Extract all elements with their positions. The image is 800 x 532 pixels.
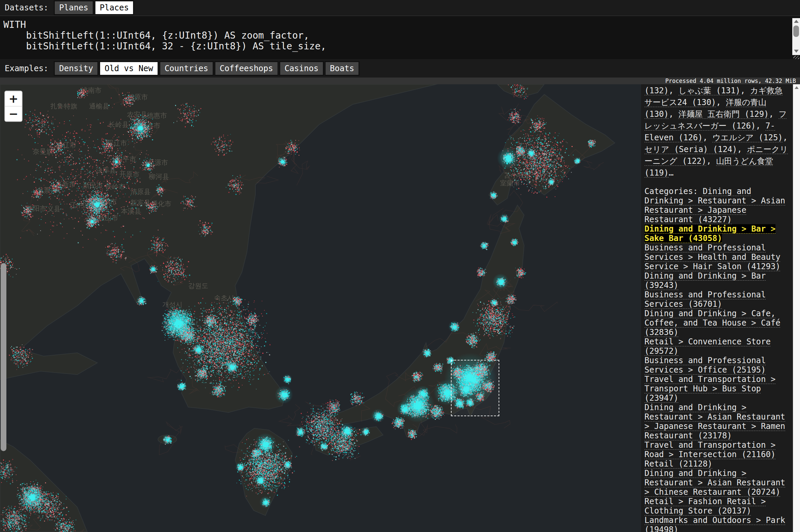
zoom-out-button[interactable]: − (5, 106, 22, 121)
category-link[interactable]: Business and Professional Services > Hea… (644, 243, 781, 271)
query-status: Processed 4.04 million rows, 42.32 MiB (0, 78, 800, 84)
top-names-list: (132), しゃぶ葉 (131), カギ救急サービス24 (130), 洋服の… (644, 85, 790, 179)
category-link[interactable]: Business and Professional Services > Off… (644, 356, 766, 375)
category-item: Travel and Transportation > Road > Inter… (644, 440, 790, 459)
name-link[interactable]: (132) (644, 86, 669, 95)
dataset-button-places[interactable]: Places (94, 0, 134, 15)
category-item: Categories: Dining and Drinking > Restau… (644, 187, 790, 224)
example-button-old-vs-new[interactable]: Old vs New (99, 61, 159, 76)
example-button-density[interactable]: Density (54, 61, 98, 76)
sql-editor-scrollbar[interactable] (792, 18, 800, 55)
map-canvas[interactable] (0, 84, 641, 532)
category-item: Dining and Drinking > Restaurant > Asian… (644, 403, 790, 440)
name-link[interactable]: 洋麺屋 五右衛門 (129) (678, 110, 769, 119)
page-scrollbar-thumb[interactable] (1, 263, 6, 451)
example-button-boats[interactable]: Boats (325, 61, 360, 76)
category-item: Dining and Drinking > Cafe, Coffee, and … (644, 309, 790, 337)
category-item: Landmarks and Outdoors > Park (19498) (644, 516, 790, 532)
map[interactable]: + − (0, 84, 641, 532)
category-link[interactable]: Retail > Convenience Store (29572) (644, 337, 771, 356)
category-link[interactable]: Business and Professional Services (3670… (644, 290, 766, 309)
category-link[interactable]: Travel and Transportation > Transport Hu… (644, 375, 776, 403)
category-item: Business and Professional Services > Hea… (644, 243, 790, 271)
map-selection-rectangle[interactable] (451, 360, 499, 416)
category-item: Retail > Convenience Store (29572) (644, 337, 790, 356)
category-link[interactable]: Travel and Transportation > Road > Inter… (644, 440, 776, 459)
dataset-button-planes[interactable]: Planes (54, 0, 94, 15)
dataset-button-group: PlanesPlaces (54, 0, 135, 15)
categories-label: Categories: (644, 187, 703, 196)
category-link[interactable]: Dining and Drinking > Bar (39243) (644, 271, 766, 290)
category-link[interactable]: Dining and Drinking > Cafe, Coffee, and … (644, 309, 781, 337)
category-item: Retail (21128) (644, 459, 790, 469)
scroll-down-icon[interactable] (794, 50, 799, 53)
sql-query-text[interactable]: WITH bitShiftLeft(1::UInt64, {z:UInt8}) … (0, 16, 800, 52)
category-item: Retail > Fashion Retail > Clothing Store… (644, 497, 790, 516)
example-button-group: DensityOld vs NewCountriesCoffeeshopsCas… (54, 61, 360, 76)
category-item: Business and Professional Services > Off… (644, 356, 790, 375)
page-scroll-up-icon[interactable] (795, 86, 799, 89)
category-link[interactable]: Landmarks and Outdoors > Park (19498) (644, 516, 785, 532)
category-link[interactable]: Retail > Fashion Retail > Clothing Store… (644, 497, 766, 516)
category-item: Travel and Transportation > Transport Hu… (644, 375, 790, 403)
example-button-casinos[interactable]: Casinos (279, 61, 324, 76)
results-panel: (132), しゃぶ葉 (131), カギ救急サービス24 (130), 洋服の… (641, 84, 793, 532)
category-item: Dining and Drinking > Bar > Sake Bar (43… (644, 224, 790, 243)
category-link[interactable]: Retail (21128) (644, 459, 712, 469)
categories-list: Categories: Dining and Drinking > Restau… (644, 187, 790, 532)
category-item: Dining and Drinking > Bar (39243) (644, 271, 790, 290)
name-link[interactable]: ウエルシア (125) (712, 133, 783, 142)
name-link[interactable]: しゃぶ葉 (131) (678, 86, 740, 95)
page-scrollbar[interactable] (793, 84, 800, 532)
example-button-countries[interactable]: Countries (159, 61, 214, 76)
datasets-bar: Datasets: PlanesPlaces (0, 0, 800, 16)
zoom-in-button[interactable]: + (5, 91, 22, 106)
name-link[interactable]: セリア (Seria) (124) (644, 145, 737, 154)
sql-editor[interactable]: WITH bitShiftLeft(1::UInt64, {z:UInt8}) … (0, 16, 800, 59)
category-item: Dining and Drinking > Restaurant > Asian… (644, 469, 790, 497)
category-item: Business and Professional Services (3670… (644, 290, 790, 309)
map-zoom-control: + − (4, 91, 22, 122)
sql-scrollbar-thumb[interactable] (793, 25, 799, 37)
datasets-label: Datasets: (5, 3, 48, 13)
scroll-up-icon[interactable] (794, 20, 799, 23)
example-button-coffeeshops[interactable]: Coffeeshops (214, 61, 278, 76)
examples-bar: Examples: DensityOld vs NewCountriesCoff… (0, 59, 800, 78)
examples-label: Examples: (5, 64, 48, 73)
category-link[interactable]: Dining and Drinking > Restaurant > Asian… (644, 469, 785, 497)
category-link-selected[interactable]: Dining and Drinking > Bar > Sake Bar (43… (644, 224, 776, 243)
category-link[interactable]: Dining and Drinking > Restaurant > Asian… (644, 403, 785, 440)
